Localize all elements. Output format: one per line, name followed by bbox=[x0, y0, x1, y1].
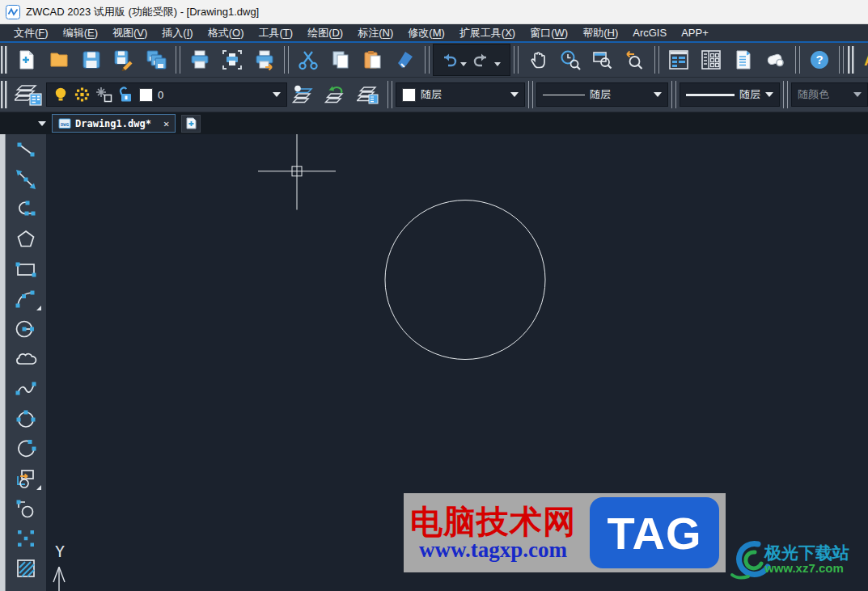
copy-icon bbox=[329, 49, 352, 71]
layer-dropdown-caret[interactable] bbox=[273, 92, 281, 97]
lineweight-dropdown-caret[interactable] bbox=[765, 92, 773, 97]
menu-item-format[interactable]: 格式(O) bbox=[201, 24, 252, 41]
spline-tool-button[interactable] bbox=[7, 374, 44, 403]
save-as-button[interactable] bbox=[108, 44, 140, 75]
circle-tool-button[interactable] bbox=[7, 314, 44, 344]
zoom-realtime-icon bbox=[559, 49, 582, 71]
current-plotstyle-value: 随颜色 bbox=[798, 87, 829, 102]
menu-item-tools[interactable]: 工具(T) bbox=[251, 24, 300, 41]
print-button[interactable] bbox=[184, 44, 216, 75]
design-center-icon bbox=[700, 49, 722, 71]
layer-select[interactable]: 0 bbox=[46, 82, 287, 107]
plot-button[interactable] bbox=[248, 44, 281, 75]
menu-item-window[interactable]: 窗口(W) bbox=[523, 24, 575, 41]
menu-item-arcgis[interactable]: ArcGIS bbox=[625, 24, 674, 41]
copy-button[interactable] bbox=[324, 44, 357, 75]
revision-cloud-tool-button[interactable] bbox=[7, 344, 44, 374]
text-style-button[interactable]: A bbox=[857, 44, 868, 75]
redo-dropdown-caret[interactable] bbox=[494, 62, 501, 66]
toolbar-drag-handle[interactable] bbox=[1, 46, 7, 74]
open-button[interactable] bbox=[43, 44, 75, 75]
menu-item-help[interactable]: 帮助(H) bbox=[575, 24, 625, 41]
color-dropdown-caret[interactable] bbox=[510, 92, 519, 97]
menu-item-edit[interactable]: 编辑(E) bbox=[56, 24, 105, 41]
bulb-on-icon bbox=[53, 86, 69, 103]
cut-button[interactable] bbox=[292, 44, 324, 75]
draw-toolbar-drag-handle[interactable] bbox=[0, 134, 6, 591]
standard-toolbar: ? A Standard bbox=[0, 43, 868, 78]
lineweight-select[interactable]: 随层 bbox=[680, 82, 780, 107]
tab-drawing1[interactable]: DWG Drawing1.dwg* ✕ bbox=[52, 114, 176, 133]
drawing-canvas[interactable]: Y 电脑技术网 www.tagxp.com TAG bbox=[46, 134, 868, 591]
set-layer-by-object-button[interactable] bbox=[287, 79, 320, 110]
undo-button[interactable] bbox=[438, 44, 459, 75]
tool-palettes-button[interactable] bbox=[727, 44, 760, 75]
new-drawing-icon bbox=[185, 117, 197, 129]
layer-previous-button[interactable] bbox=[320, 79, 352, 110]
menu-item-modify[interactable]: 修改(M) bbox=[400, 24, 452, 41]
polyline-tool-button[interactable] bbox=[7, 194, 44, 224]
construction-line-tool-button[interactable] bbox=[7, 164, 44, 194]
menu-item-express-tools[interactable]: 扩展工具(X) bbox=[452, 24, 523, 41]
arc-tool-button[interactable] bbox=[7, 284, 44, 314]
save-button[interactable] bbox=[75, 44, 108, 75]
menu-item-dimension[interactable]: 标注(N) bbox=[350, 24, 400, 41]
dwg-file-icon: DWG bbox=[58, 118, 71, 129]
design-center-button[interactable] bbox=[695, 44, 727, 75]
insert-block-tool-button[interactable] bbox=[7, 463, 44, 493]
zoom-window-button[interactable] bbox=[586, 44, 619, 75]
layer-properties-manager-icon bbox=[15, 82, 42, 107]
print-preview-button[interactable] bbox=[216, 44, 248, 75]
xz7-site-name: 极光下载站 bbox=[764, 543, 849, 562]
layer-previous-icon bbox=[324, 84, 347, 105]
toolbar-separator bbox=[528, 81, 533, 108]
toolbar-separator bbox=[387, 81, 392, 108]
tab-close-icon[interactable]: ✕ bbox=[163, 118, 169, 129]
rectangle-icon bbox=[14, 257, 38, 281]
tab-list-dropdown-icon[interactable] bbox=[38, 121, 46, 126]
tagxp-url: www.tagxp.com bbox=[419, 538, 567, 561]
make-block-tool-button[interactable] bbox=[7, 493, 44, 523]
menu-item-file[interactable]: 文件(F) bbox=[6, 24, 56, 41]
toolbar-drag-handle[interactable] bbox=[1, 81, 7, 108]
zoom-realtime-button[interactable] bbox=[554, 44, 586, 75]
paste-button[interactable] bbox=[357, 44, 389, 75]
plotstyle-dropdown-caret bbox=[853, 92, 862, 97]
redo-button[interactable] bbox=[472, 44, 493, 75]
new-file-button[interactable] bbox=[11, 44, 43, 75]
toolbar-separator bbox=[783, 81, 788, 108]
menu-item-insert[interactable]: 插入(I) bbox=[155, 24, 200, 41]
properties-palette-button[interactable] bbox=[663, 44, 695, 75]
text-style-icon: A bbox=[862, 49, 868, 71]
linetype-select[interactable]: 随层 bbox=[536, 82, 668, 107]
ellipse-arc-tool-button[interactable] bbox=[7, 433, 44, 463]
plotstyle-select[interactable]: 随颜色 bbox=[791, 82, 868, 107]
undo-redo-group bbox=[433, 44, 510, 76]
layer-states-button[interactable] bbox=[352, 79, 384, 110]
help-button[interactable]: ? bbox=[803, 44, 836, 75]
hatch-tool-button[interactable] bbox=[7, 553, 44, 583]
undo-dropdown-caret[interactable] bbox=[460, 62, 467, 66]
polygon-tool-button[interactable] bbox=[7, 224, 44, 254]
line-tool-button[interactable] bbox=[7, 134, 44, 164]
zoom-previous-button[interactable] bbox=[619, 44, 651, 75]
hatch-icon bbox=[14, 556, 38, 580]
menu-item-view[interactable]: 视图(V) bbox=[105, 24, 155, 41]
ellipse-tool-button[interactable] bbox=[7, 403, 44, 433]
clean-screen-button[interactable] bbox=[760, 44, 792, 75]
menu-item-app-plus[interactable]: APP+ bbox=[674, 24, 716, 41]
new-drawing-tab-button[interactable] bbox=[181, 115, 201, 133]
crosshair-cursor bbox=[258, 134, 336, 210]
toolbar-drag-handle[interactable] bbox=[848, 46, 854, 74]
lineweight-sample-icon bbox=[686, 94, 735, 96]
circle-icon bbox=[14, 317, 38, 341]
color-select[interactable]: 随层 bbox=[396, 82, 525, 107]
linetype-dropdown-caret[interactable] bbox=[654, 92, 662, 97]
rectangle-tool-button[interactable] bbox=[7, 254, 44, 284]
pan-button[interactable] bbox=[522, 44, 554, 75]
point-tool-button[interactable] bbox=[7, 523, 44, 553]
layer-properties-manager-button[interactable] bbox=[11, 79, 46, 110]
menu-item-draw[interactable]: 绘图(D) bbox=[300, 24, 350, 41]
format-painter-button[interactable] bbox=[389, 44, 421, 75]
save-all-button[interactable] bbox=[140, 44, 172, 75]
